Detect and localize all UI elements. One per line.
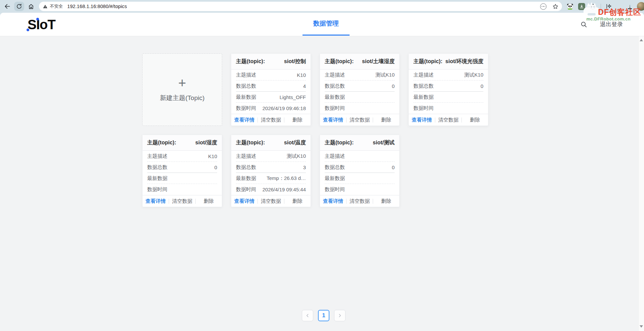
row-label: 数据总数 bbox=[147, 164, 167, 171]
delete-link[interactable]: 删除 bbox=[196, 198, 222, 204]
logout-button[interactable]: 退出登录 bbox=[600, 20, 623, 28]
topic-name: siot/环境光强度 bbox=[445, 58, 483, 65]
tab-active-underline bbox=[303, 35, 350, 36]
clear-data-link[interactable]: 清空数据 bbox=[347, 117, 373, 123]
panda-extension-icon[interactable] bbox=[566, 3, 574, 10]
scroll-down-arrow[interactable] bbox=[640, 325, 643, 328]
not-secure-warning-icon[interactable] bbox=[43, 4, 48, 9]
card-row-count: 数据总数 0 bbox=[325, 81, 395, 92]
topic-title-label: 主题(topic): bbox=[236, 58, 265, 65]
browser-toolbar: 不安全 192.168.1.16:8080/#/topics ↓ ··· bbox=[0, 0, 644, 13]
clear-data-link[interactable]: 清空数据 bbox=[169, 198, 195, 204]
card-row-count: 数据总数 0 bbox=[325, 162, 395, 173]
view-details-link[interactable]: 查看详情 bbox=[409, 117, 435, 123]
row-label: 最新数据 bbox=[325, 175, 345, 182]
delete-link[interactable]: 删除 bbox=[462, 117, 488, 123]
row-label: 数据时间 bbox=[236, 186, 256, 193]
row-label: 数据时间 bbox=[325, 186, 345, 193]
row-value: 测试K10 bbox=[464, 72, 483, 78]
delete-link[interactable]: 删除 bbox=[373, 117, 399, 123]
page-actions-icon[interactable] bbox=[540, 3, 547, 10]
topic-cards: + 新建主题(Topic) 主题(topic): siot/控制 主题描述 K1… bbox=[142, 53, 498, 207]
topic-title-label: 主题(topic): bbox=[147, 139, 176, 146]
delete-link[interactable]: 删除 bbox=[284, 117, 311, 123]
view-details-link[interactable]: 查看详情 bbox=[231, 198, 257, 204]
view-details-link[interactable]: 查看详情 bbox=[320, 198, 346, 204]
topic-card-header: 主题(topic): siot/土壤湿度 bbox=[320, 54, 399, 69]
card-row-description: 主题描述 K10 bbox=[236, 69, 306, 81]
security-label[interactable]: 不安全 bbox=[50, 3, 63, 9]
bookmark-star-icon[interactable] bbox=[552, 3, 559, 10]
card-row-data-time: 数据时间 bbox=[325, 184, 395, 195]
profile-avatar[interactable] bbox=[637, 2, 644, 11]
topic-card-actions: 查看详情 清空数据 删除 bbox=[320, 114, 399, 126]
home-icon bbox=[28, 3, 34, 10]
clear-data-link[interactable]: 清空数据 bbox=[258, 198, 284, 204]
row-value: 0 bbox=[392, 164, 395, 170]
page-1-button[interactable]: 1 bbox=[318, 310, 329, 321]
prev-page-button[interactable] bbox=[302, 310, 313, 321]
row-value: 2026/4/19 09:45:44 bbox=[263, 187, 306, 192]
refresh-icon bbox=[16, 3, 22, 9]
topic-card-actions: 查看详情 清空数据 删除 bbox=[231, 195, 311, 207]
row-value: 0 bbox=[481, 83, 483, 89]
delete-link[interactable]: 删除 bbox=[373, 198, 399, 204]
clear-data-link[interactable]: 清空数据 bbox=[435, 117, 461, 123]
row-label: 主题描述 bbox=[413, 72, 434, 78]
new-topic-card[interactable]: + 新建主题(Topic) bbox=[142, 53, 222, 126]
clear-data-link[interactable]: 清空数据 bbox=[347, 198, 373, 204]
card-row-latest-data: 最新数据 bbox=[147, 173, 217, 184]
card-row-description: 主题描述 测试K10 bbox=[413, 69, 483, 81]
row-label: 最新数据 bbox=[413, 94, 434, 100]
search-icon[interactable] bbox=[580, 21, 588, 28]
clear-data-link[interactable]: 清空数据 bbox=[258, 117, 284, 123]
chevron-left-icon bbox=[305, 313, 310, 318]
vertical-scrollbar[interactable] bbox=[638, 36, 644, 331]
card-row-count: 数据总数 3 bbox=[236, 162, 306, 173]
card-row-latest-data: 最新数据 Temp：26.63 d… bbox=[236, 173, 306, 184]
card-row-description: 主题描述 测试K10 bbox=[325, 69, 395, 81]
download-extension-icon[interactable] bbox=[578, 3, 585, 10]
home-button[interactable] bbox=[27, 2, 35, 11]
topic-name: siot/土壤湿度 bbox=[362, 58, 395, 65]
topic-card: 主题(topic): siot/湿度 主题描述 K10 数据总数 0 最新数据 … bbox=[142, 135, 222, 207]
tab-data-management[interactable]: 数据管理 bbox=[303, 13, 350, 36]
next-page-button[interactable] bbox=[334, 310, 346, 321]
row-label: 主题描述 bbox=[236, 72, 256, 78]
view-details-link[interactable]: 查看详情 bbox=[231, 117, 257, 123]
row-value: K10 bbox=[297, 72, 306, 78]
topic-card-actions: 查看详情 清空数据 删除 bbox=[409, 114, 488, 126]
address-bar[interactable]: 不安全 192.168.1.16:8080/#/topics bbox=[39, 2, 562, 11]
delete-link[interactable]: 删除 bbox=[284, 198, 311, 204]
topic-card-actions: 查看详情 清空数据 删除 bbox=[143, 195, 222, 207]
topic-title-label: 主题(topic): bbox=[325, 58, 354, 65]
url-text[interactable]: 192.168.1.16:8080/#/topics bbox=[67, 4, 127, 9]
topic-card-header: 主题(topic): siot/测试 bbox=[320, 135, 399, 151]
card-row-data-time: 数据时间 bbox=[325, 103, 395, 114]
tab-label[interactable]: 数据管理 bbox=[303, 13, 350, 34]
topic-card-actions: 查看详情 清空数据 删除 bbox=[320, 195, 399, 207]
toolbar-divider bbox=[601, 4, 601, 9]
refresh-button[interactable] bbox=[14, 2, 24, 11]
topic-card: 主题(topic): siot/测试 主题描述 数据总数 0 最新数据 数据时间… bbox=[320, 135, 400, 207]
sparkle-sidebar-icon[interactable] bbox=[605, 3, 612, 10]
scroll-up-arrow[interactable] bbox=[640, 39, 643, 41]
row-value: 测试K10 bbox=[375, 72, 395, 78]
chevron-right-icon bbox=[337, 313, 343, 318]
view-details-link[interactable]: 查看详情 bbox=[143, 198, 169, 204]
row-label: 数据时间 bbox=[236, 105, 256, 111]
back-button[interactable] bbox=[3, 2, 12, 11]
topic-card: 主题(topic): siot/土壤湿度 主题描述 测试K10 数据总数 0 最… bbox=[320, 53, 400, 126]
new-topic-label: 新建主题(Topic) bbox=[160, 94, 204, 102]
topic-card: 主题(topic): siot/控制 主题描述 K10 数据总数 4 最新数据 … bbox=[231, 53, 311, 126]
arrow-left-icon bbox=[4, 3, 11, 10]
row-label: 主题描述 bbox=[325, 153, 345, 159]
row-label: 数据总数 bbox=[413, 83, 434, 89]
extensions-puzzle-icon[interactable] bbox=[590, 3, 596, 10]
card-row-latest-data: 最新数据 Lights_OFF bbox=[236, 92, 306, 103]
topic-name: siot/控制 bbox=[284, 58, 306, 65]
view-details-link[interactable]: 查看详情 bbox=[320, 117, 346, 123]
downloads-icon[interactable]: ↓ bbox=[627, 4, 633, 9]
row-value: 3 bbox=[303, 164, 306, 170]
row-label: 数据总数 bbox=[325, 83, 345, 89]
